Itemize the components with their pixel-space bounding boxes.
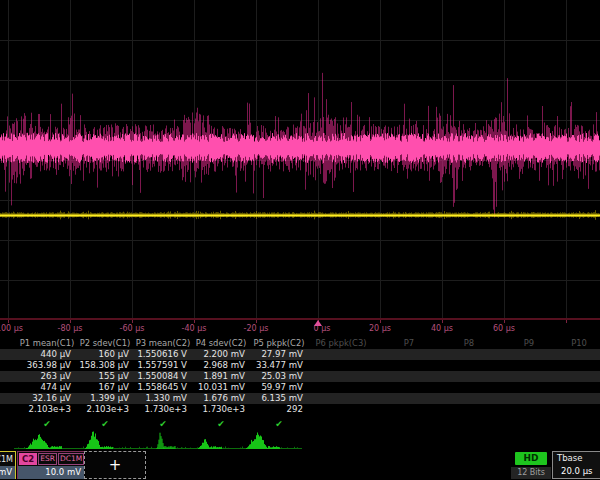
axis-tick: [256, 320, 257, 323]
cell: 440 µV: [18, 349, 76, 360]
cell: 2.103e+3: [18, 404, 76, 415]
axis-tick: [70, 320, 71, 323]
param-header-p5[interactable]: P5 pkpk(C2): [250, 338, 308, 349]
table-row-min: 263 µV 155 µV 1.550084 V 1.891 mV 25.03 …: [0, 371, 600, 382]
cell: 1.558645 V: [134, 382, 192, 393]
c1-volts-per-div: 10.0 mV: [0, 466, 15, 479]
cell: 25.03 mV: [250, 371, 308, 382]
axis-label: -40 µs: [172, 324, 216, 333]
cell: 2.103e+3: [76, 404, 134, 415]
table-row-mean: 363.98 µV 158.308 µV 1.557591 V 2.968 mV…: [0, 360, 600, 371]
c2-esr-chip: ESR: [38, 453, 57, 465]
bit-depth-label: 12 Bits: [511, 467, 551, 479]
axis-tick: [132, 320, 133, 323]
cell: 1.557591 V: [134, 360, 192, 371]
axis-tick: [504, 320, 505, 323]
cell: 1.676 mV: [192, 393, 250, 404]
timebase-label: Tbase: [553, 452, 600, 465]
table-row-sdev: 32.16 µV 1.399 µV 1.330 mV 1.676 mV 6.13…: [0, 393, 600, 404]
axis-label: 0 µs: [300, 324, 344, 333]
axis-label: 60 µs: [482, 324, 526, 333]
bottom-toolbar: DC1M 10.0 mV C2 ESR DC1M 10.0 mV + HD 12…: [0, 450, 600, 480]
cell: 1.730e+3: [192, 404, 250, 415]
cell: 6.135 mV: [250, 393, 308, 404]
trigger-position-marker[interactable]: [314, 320, 322, 326]
param-header-p3[interactable]: P3 mean(C2): [134, 338, 192, 349]
c1-coupling-label: DC1M: [0, 455, 13, 464]
plus-icon: +: [109, 456, 122, 474]
axis-label: -80 µs: [48, 324, 92, 333]
axis-label: -60 µs: [110, 324, 154, 333]
channel-c2-descriptor[interactable]: C2 ESR DC1M 10.0 mV: [17, 451, 85, 479]
table-header-row: P1 mean(C1) P2 sdev(C1) P3 mean(C2) P4 s…: [0, 338, 600, 349]
cell: 474 µV: [18, 382, 76, 393]
param-header-p4[interactable]: P4 sdev(C2): [192, 338, 250, 349]
add-trace-button[interactable]: +: [84, 451, 146, 479]
param-header-p10[interactable]: P10: [560, 338, 598, 349]
c2-coupling-chip: DC1M: [58, 453, 84, 465]
table-row-max: 474 µV 167 µV 1.558645 V 10.031 mV 59.97…: [0, 382, 600, 393]
hd-mode-badge[interactable]: HD: [515, 452, 547, 465]
cell: 2.968 mV: [192, 360, 250, 371]
axis-label: 40 µs: [420, 324, 464, 333]
param-header-p8[interactable]: P8: [444, 338, 494, 349]
cell: 158.308 µV: [76, 360, 134, 371]
cell: 1.399 µV: [76, 393, 134, 404]
cell: 59.97 mV: [250, 382, 308, 393]
table-row-num: 2.103e+3 2.103e+3 1.730e+3 1.730e+3 292: [0, 404, 600, 415]
axis-label: 20 µs: [358, 324, 402, 333]
cell: 1.550084 V: [134, 371, 192, 382]
histicon-strip-canvas: [0, 429, 320, 450]
cell: 155 µV: [76, 371, 134, 382]
axis-tick: [194, 320, 195, 323]
oscilloscope-screen: -100 µs -80 µs -60 µs -40 µs -20 µs 0 µs…: [0, 0, 600, 480]
cell: 167 µV: [76, 382, 134, 393]
cell: 1.891 mV: [192, 371, 250, 382]
cell: 1.730e+3: [134, 404, 192, 415]
axis-tick: [442, 320, 443, 323]
time-axis-ruler: [0, 318, 600, 320]
axis-tick: [380, 320, 381, 323]
param-header-p1[interactable]: P1 mean(C1): [18, 338, 76, 349]
axis-tick: [8, 320, 9, 323]
axis-label: -100 µs: [0, 324, 30, 333]
waveform-graticule-canvas: [0, 0, 600, 318]
timebase-value: 20.0 µs: [553, 465, 600, 478]
axis-label: -20 µs: [234, 324, 278, 333]
cell: 1.550616 V: [134, 349, 192, 360]
timebase-descriptor[interactable]: Tbase 20.0 µs: [552, 451, 600, 479]
cell: 10.031 mV: [192, 382, 250, 393]
cell: 160 µV: [76, 349, 134, 360]
channel-c1-descriptor[interactable]: DC1M 10.0 mV: [0, 451, 16, 479]
param-header-p2[interactable]: P2 sdev(C1): [76, 338, 134, 349]
param-header-p6[interactable]: P6 pkpk(C3): [308, 338, 374, 349]
cell: 2.200 mV: [192, 349, 250, 360]
param-header-p7[interactable]: P7: [384, 338, 434, 349]
axis-tick: [566, 320, 567, 323]
param-header-p9[interactable]: P9: [504, 338, 554, 349]
c2-volts-per-div: 10.0 mV: [18, 466, 84, 479]
cell: 363.98 µV: [18, 360, 76, 371]
c2-channel-chip: C2: [19, 453, 37, 465]
cell: 27.97 mV: [250, 349, 308, 360]
cell: 292: [250, 404, 308, 415]
cell: 33.477 mV: [250, 360, 308, 371]
cell: 1.330 mV: [134, 393, 192, 404]
time-axis: -100 µs -80 µs -60 µs -40 µs -20 µs 0 µs…: [0, 318, 600, 336]
table-row-value: 440 µV 160 µV 1.550616 V 2.200 mV 27.97 …: [0, 349, 600, 360]
cell: 32.16 µV: [18, 393, 76, 404]
cell: 263 µV: [18, 371, 76, 382]
